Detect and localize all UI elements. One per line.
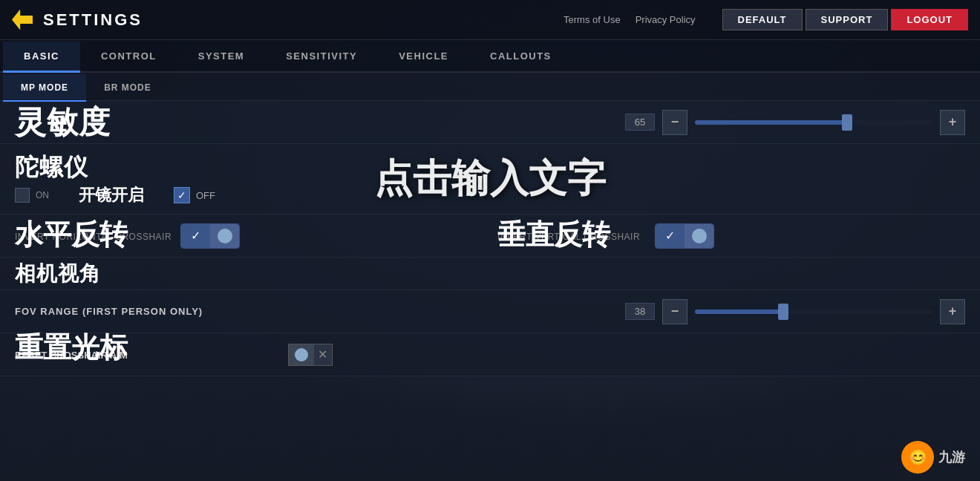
- support-button[interactable]: SUPPORT: [806, 9, 889, 30]
- fov-decrease-btn[interactable]: −: [662, 299, 687, 324]
- fov-value: 38: [625, 303, 655, 320]
- sensitivity-decrease-btn[interactable]: −: [662, 110, 687, 135]
- sensitivity-slider-fill: [695, 120, 849, 125]
- gyroscope-label: 陀螺仪: [15, 151, 238, 184]
- invert-horizontal-toggle[interactable]: ✓: [180, 223, 240, 249]
- reset-dot-section: [289, 344, 314, 365]
- jiuyou-logo-icon: 😊: [901, 441, 934, 474]
- sensitivity-value: 65: [625, 114, 655, 131]
- fov-slider-thumb[interactable]: [778, 304, 788, 320]
- tab-callouts[interactable]: CALLOUTS: [469, 42, 572, 73]
- tab-vehicle[interactable]: VEHICLE: [378, 42, 469, 73]
- header: SETTINGS Terms of Use Privacy Policy DEF…: [0, 0, 980, 40]
- invert-vertical-dot: [685, 224, 713, 248]
- invert-vertical-section: INVERT VERTICAL CROSSHAIR 垂直反转 ✓: [497, 223, 965, 249]
- reset-control: ✕: [288, 344, 333, 366]
- gyro-off-check[interactable]: ✓: [174, 187, 190, 203]
- header-buttons: DEFAULT SUPPORT LOGOUT: [722, 9, 968, 30]
- mode-tab-bar: MP MODE BR MODE: [0, 73, 980, 101]
- mode-tab-br[interactable]: BR MODE: [86, 74, 169, 102]
- reset-row: RESET CROSSHAIR AIM 重置光标 ✕: [0, 333, 980, 376]
- camera-row: 相机视角: [0, 258, 980, 290]
- gyro-on-group: ON: [15, 188, 49, 203]
- fov-slider-track[interactable]: [695, 310, 932, 314]
- sensitivity-slider-thumb[interactable]: [842, 114, 852, 131]
- settings-title: SETTINGS: [12, 10, 143, 30]
- fov-increase-btn[interactable]: +: [940, 299, 965, 324]
- terms-link[interactable]: Terms of Use: [564, 14, 621, 25]
- fov-row: FOV RANGE (FIRST PERSON ONLY) 38 − +: [0, 290, 980, 333]
- tab-basic[interactable]: BASIC: [3, 42, 80, 73]
- privacy-link[interactable]: Privacy Policy: [636, 14, 696, 25]
- invert-horizontal-dot-inner: [218, 229, 232, 243]
- gyroscope-controls: ON 开镜开启 ✓ OFF: [15, 184, 965, 206]
- invert-horizontal-section: INVERT HORIZONTAL CROSSHAIR 水平反转 ✓: [15, 223, 483, 249]
- reset-dot-inner: [295, 348, 308, 361]
- gyro-off-toggle: ✓ OFF: [174, 187, 215, 203]
- gyro-aim-label: 开镜开启: [79, 184, 144, 206]
- invert-vertical-check: ✓: [656, 224, 685, 248]
- camera-label: 相机视角: [15, 260, 238, 288]
- sensitivity-label: 灵敏度: [15, 102, 238, 143]
- header-links: Terms of Use Privacy Policy DEFAULT SUPP…: [564, 9, 968, 30]
- invert-vertical-toggle[interactable]: ✓: [655, 223, 714, 249]
- invert-row: INVERT HORIZONTAL CROSSHAIR 水平反转 ✓ INVER…: [0, 215, 980, 258]
- main-tab-bar: BASIC CONTROL SYSTEM SENSITIVITY VEHICLE…: [0, 40, 980, 73]
- jiuyou-logo-area: 😊 九游: [901, 441, 965, 474]
- invert-vertical-dot-inner: [692, 229, 707, 243]
- sensitivity-row: 灵敏度 65 − +: [0, 101, 980, 144]
- jiuyou-logo-text: 九游: [938, 448, 965, 466]
- mode-tab-mp[interactable]: MP MODE: [3, 74, 86, 102]
- gyroscope-row: 陀螺仪 ON 开镜开启 ✓ OFF 点击输入文字: [0, 144, 980, 215]
- reset-toggle[interactable]: ✕: [288, 344, 333, 366]
- sensitivity-increase-btn[interactable]: +: [940, 110, 965, 135]
- fov-slider-control: 38 − +: [625, 299, 965, 324]
- invert-vertical-label-zh: 垂直反转: [497, 216, 610, 254]
- gyro-off-label: OFF: [196, 190, 215, 201]
- tab-control[interactable]: CONTROL: [80, 42, 177, 73]
- settings-body: 灵敏度 65 − + 陀螺仪 ON 开镜开启 ✓: [0, 101, 980, 376]
- logout-button[interactable]: LOGOUT: [891, 9, 968, 30]
- reset-label-zh: 重置光标: [15, 329, 128, 367]
- back-icon[interactable]: [12, 10, 33, 30]
- tab-sensitivity[interactable]: SENSITIVITY: [265, 42, 378, 73]
- reset-x-btn[interactable]: ✕: [314, 344, 332, 365]
- fov-label: FOV RANGE (FIRST PERSON ONLY): [15, 306, 238, 317]
- page-title: SETTINGS: [43, 10, 143, 30]
- fov-slider-fill: [695, 310, 785, 314]
- tab-system[interactable]: SYSTEM: [177, 42, 265, 73]
- gyro-on-checkbox[interactable]: [15, 188, 30, 203]
- invert-horizontal-label-zh: 水平反转: [15, 216, 128, 254]
- invert-horizontal-check: ✓: [181, 224, 210, 248]
- gyro-on-label: ON: [36, 190, 49, 200]
- sensitivity-slider-track[interactable]: [695, 120, 932, 125]
- default-button[interactable]: DEFAULT: [722, 9, 803, 30]
- sensitivity-slider-control: 65 − +: [625, 110, 965, 135]
- invert-horizontal-dot: [210, 224, 239, 248]
